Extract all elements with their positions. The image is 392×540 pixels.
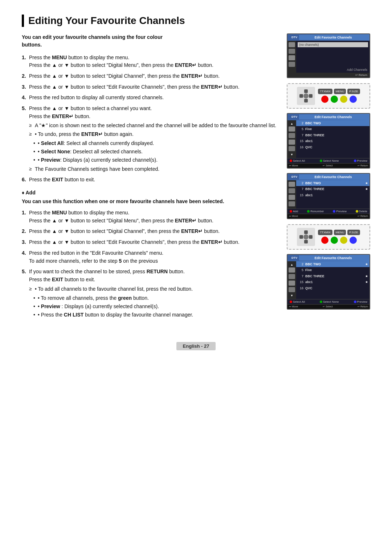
svg-rect-1 xyxy=(304,99,308,102)
ch4-five: 5 Five xyxy=(296,267,369,273)
svg-rect-7 xyxy=(299,235,303,239)
remote-btns-row-2: TTXMIX MENU P.SIZE xyxy=(318,230,360,235)
channel-row-bbc3: 7 BBC THREE xyxy=(296,132,369,138)
add-step-2: 2. Press the ▲ or ▼ button to select "Di… xyxy=(22,227,278,235)
tv-footer-4: Select All Select None Preview xyxy=(287,299,369,304)
menu-btn: MENU xyxy=(334,89,346,94)
add-step-4: 4. Press the red button in the "Edit Fav… xyxy=(22,249,278,265)
tv-screen-4: DTV Edit Favourite Channels ▲ ▼ 2 BBC TW… xyxy=(287,254,370,310)
bullet-list-2: • To remove all channels, press the gree… xyxy=(29,294,278,319)
tv-dtv-1: DTV xyxy=(290,35,299,40)
tv-sidebar-3 xyxy=(287,180,296,209)
tv-sidebar-2: ▲ ▼ xyxy=(287,120,296,158)
svg-rect-0 xyxy=(304,89,308,93)
step-2: 2. Press the ▲ or ▼ button to select "Di… xyxy=(22,72,278,80)
arrow-item-2: • To undo, press the ENTER↵ button again… xyxy=(29,130,278,138)
tv-title-4: Edit Favourite Channels xyxy=(299,255,367,261)
psize-btn-2: P.SIZE xyxy=(347,230,360,235)
ch4-qvc: 16 QVC xyxy=(296,285,369,291)
add-step-5: 5. If you want to check the channel to b… xyxy=(22,268,278,318)
ttxmix-btn-2: TTXMIX xyxy=(318,230,332,235)
tv-movebar-3: ⇔ Move ↩ Return xyxy=(287,214,369,218)
channel-row-abc1: 15 abc1 xyxy=(296,138,369,144)
bullet-preview-2: • Preview : Displays (a) currently selec… xyxy=(33,303,278,310)
remote-btns-row-1: TTXMIX MENU P.SIZE xyxy=(318,89,360,94)
ttxmix-btn: TTXMIX xyxy=(318,89,332,94)
remote-dpad xyxy=(297,87,315,105)
tv-footer-1: ↩ Return xyxy=(287,73,369,77)
channel-star-bbc3: 7 BBC THREE ★ xyxy=(296,186,369,192)
svg-rect-6 xyxy=(304,240,308,243)
blue-btn xyxy=(350,96,357,103)
tv-content-1: (no channels) Add Channels xyxy=(296,41,369,73)
tv-screen-1: DTV Edit Favourite Channels (no channels… xyxy=(287,33,370,78)
remote-box-1: TTXMIX MENU P.SIZE xyxy=(287,83,370,109)
bullet-select-all: • Select All: Select all channels curren… xyxy=(33,140,278,147)
remote-color-btns: TTXMIX MENU P.SIZE xyxy=(318,89,360,103)
steps-list-1: 1. Press the MENU button to display the … xyxy=(22,54,278,184)
menu-btn-2: MENU xyxy=(334,230,346,235)
channel-star-bbc2: 2 BBC TWO ★ xyxy=(296,180,369,186)
add-step-3: 3. Press the ▲ or ▼ button to select "Ed… xyxy=(22,238,278,246)
tv-dtv-3: DTV xyxy=(290,174,299,179)
step-5: 5. Press the ▲ or ▼ button to select a c… xyxy=(22,105,278,173)
steps-list-2: 1. Press the MENU button to display the … xyxy=(22,209,278,319)
tv-footer-3: Add Renumber Preview Delete xyxy=(287,209,369,214)
arrow-list-2: The Favourite Channels settings have bee… xyxy=(29,165,278,173)
arrow-item-3: The Favourite Channels settings have bee… xyxy=(29,165,278,173)
blue-btn-2 xyxy=(350,237,357,244)
tv-title-2: Edit Favourite Channels xyxy=(299,114,367,120)
intro-text: You can edit your favourite channels usi… xyxy=(22,33,278,49)
psize-btn: P.SIZE xyxy=(347,89,360,94)
add-step-1: 1. Press the MENU button to display the … xyxy=(22,209,278,225)
tv-screen-2-header: DTV Edit Favourite Channels xyxy=(287,114,369,120)
svg-point-4 xyxy=(303,93,309,98)
tv-title-3: Edit Favourite Channels xyxy=(299,174,367,180)
remote-box-2: TTXMIX MENU P.SIZE xyxy=(287,224,370,250)
arrow-item-1: A "★" icon is shown next to the selected… xyxy=(29,122,278,129)
tv-movebar-2: ⇔ Move ↵ Select ↩ Return xyxy=(287,163,369,168)
yellow-btn xyxy=(340,96,347,103)
tv-movebar-4: ⇔ Move ↵ Select ↩ Return xyxy=(287,304,369,309)
tv-sidebar-1 xyxy=(287,41,296,73)
bullet-remove-all: • To remove all channels, press the gree… xyxy=(33,294,278,302)
tv-main-2: ▲ ▼ 2 BBC TWO 5 Five xyxy=(287,120,369,158)
ch4-bbc2: 2 BBC TWO ★ xyxy=(296,261,369,267)
tv-screen-3: DTV Edit Favourite Channels 2 BBC TWO ★ xyxy=(287,173,370,219)
tv-main-4: ▲ ▼ 2 BBC TWO ★ 5 Five xyxy=(287,261,369,299)
channel-star-abc1: 15 abc1 xyxy=(296,192,369,198)
svg-rect-5 xyxy=(304,230,308,234)
tv-footer-2: Select All Select None Preview xyxy=(287,158,369,163)
add-section: ♦ Add You can use this function when one… xyxy=(22,190,278,319)
left-column: You can edit your favourite channels usi… xyxy=(22,33,278,324)
channel-row-qvc: 16 QVC xyxy=(296,144,369,150)
remote-circles-row xyxy=(321,96,357,103)
add-bold-note: You can use this function when one or mo… xyxy=(22,198,278,205)
svg-point-9 xyxy=(303,234,309,239)
svg-rect-8 xyxy=(309,235,313,239)
step-3: 3. Press the ▲ or ▼ button to select "Ed… xyxy=(22,83,278,91)
step-6: 6. Press the EXIT button to exit. xyxy=(22,176,278,184)
arrow-item-add-1: • To add all channels to the favourite c… xyxy=(29,285,278,293)
arrow-list-1: A "★" icon is shown next to the selected… xyxy=(29,122,278,138)
tv-title-1: Edit Favourite Channels xyxy=(299,35,367,40)
add-header: ♦ Add xyxy=(22,190,278,196)
green-btn xyxy=(331,96,338,103)
tv-screen-3-header: DTV Edit Favourite Channels xyxy=(287,174,369,180)
page-footer: English - 27 xyxy=(22,338,370,350)
svg-rect-3 xyxy=(309,94,313,98)
ch4-abc1: 15 abc1 ★ xyxy=(296,279,369,285)
page-footer-label: English - 27 xyxy=(176,342,216,350)
tv-screen-4-header: DTV Edit Favourite Channels xyxy=(287,255,369,261)
red-btn-2 xyxy=(321,237,328,244)
tv-content-2: 2 BBC TWO 5 Five 7 BBC THREE 15 abc1 xyxy=(296,120,369,158)
bullet-preview-1: • Preview: Displays (a) currently select… xyxy=(33,156,278,164)
right-column: DTV Edit Favourite Channels (no channels… xyxy=(287,33,370,310)
content-wrapper: You can edit your favourite channels usi… xyxy=(22,33,370,324)
bullet-chlist: • Press the CH LIST button to display th… xyxy=(33,311,278,319)
tv-content-4: 2 BBC TWO ★ 5 Five 7 BBC THREE ★ 15 xyxy=(296,261,369,299)
page-title: Editing Your Favourite Channels xyxy=(22,15,370,27)
red-btn xyxy=(321,96,328,103)
return-label-1: ↩ Return xyxy=(355,73,367,77)
yellow-btn-2 xyxy=(340,237,347,244)
